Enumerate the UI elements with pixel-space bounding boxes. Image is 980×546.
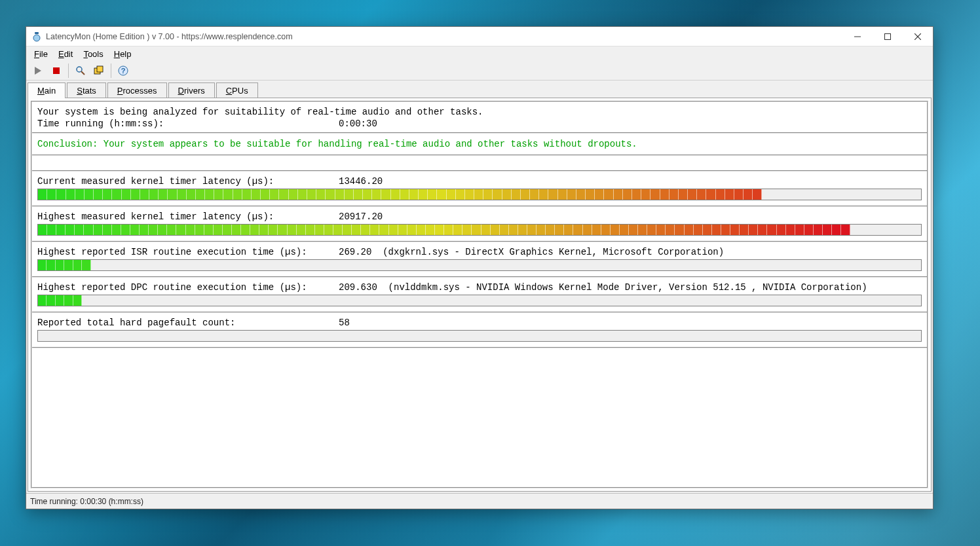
dpc-value: 209.630 (nvlddmkm.sys - NVIDIA Windows K…	[339, 282, 867, 293]
isr-label: Highest reported ISR routine execution t…	[37, 247, 339, 257]
conclusion-text: Conclusion: Your system appears to be su…	[32, 134, 927, 156]
kernel-highest-value: 20917.20	[339, 211, 383, 222]
magnifier-icon	[75, 65, 86, 76]
status-text: Time running: 0:00:30 (h:mm:ss)	[30, 497, 143, 506]
svg-rect-11	[97, 66, 103, 72]
svg-line-9	[81, 71, 85, 75]
kernel-current-section: Current measured kernel timer latency (µ…	[32, 172, 927, 207]
svg-point-8	[77, 67, 82, 72]
dpc-label: Highest reported DPC routine execution t…	[37, 282, 339, 293]
kernel-highest-bar	[37, 224, 922, 236]
toolbar-separator	[68, 64, 69, 78]
window-title: LatencyMon (Home Edition ) v 7.00 - http…	[46, 32, 842, 41]
status-bar: Time running: 0:00:30 (h:mm:ss)	[26, 493, 933, 509]
pagefault-bar	[37, 330, 922, 342]
window-controls	[842, 27, 933, 46]
menu-bar: File Edit Tools Help	[26, 46, 933, 61]
find-button[interactable]	[73, 63, 88, 79]
spacer	[32, 156, 927, 172]
menu-help[interactable]: Help	[109, 48, 137, 60]
intro-section: Your system is being analyzed for suitab…	[32, 102, 927, 134]
pagefault-section: Reported total hard pagefault count: 58	[32, 313, 927, 348]
cascade-button[interactable]	[91, 63, 107, 79]
stop-button[interactable]	[48, 63, 64, 79]
svg-point-0	[33, 35, 40, 41]
tab-strip: Main Stats Processes Drivers CPUs	[26, 81, 933, 98]
svg-rect-7	[53, 67, 60, 74]
toolbar-separator	[111, 64, 111, 78]
report-panel: Your system is being analyzed for suitab…	[31, 101, 928, 488]
windows-icon	[94, 65, 104, 76]
title-bar[interactable]: LatencyMon (Home Edition ) v 7.00 - http…	[26, 27, 933, 46]
tab-cpus[interactable]: CPUs	[216, 82, 258, 98]
pagefault-value: 58	[339, 318, 350, 328]
menu-tools[interactable]: Tools	[78, 48, 108, 60]
content-frame: Your system is being analyzed for suitab…	[28, 98, 932, 492]
time-running-value: 0:00:30	[339, 118, 377, 129]
svg-marker-6	[35, 67, 41, 75]
empty-area	[32, 348, 927, 487]
kernel-current-label: Current measured kernel timer latency (µ…	[37, 176, 339, 187]
minimize-button[interactable]	[842, 27, 873, 46]
close-button[interactable]	[903, 27, 933, 46]
dpc-section: Highest reported DPC routine execution t…	[32, 278, 927, 313]
isr-section: Highest reported ISR routine execution t…	[32, 242, 927, 278]
menu-file[interactable]: File	[29, 48, 53, 60]
pagefault-label: Reported total hard pagefault count:	[37, 318, 339, 328]
kernel-current-value: 13446.20	[339, 176, 383, 187]
svg-text:?: ?	[121, 67, 126, 75]
svg-rect-3	[885, 33, 891, 39]
svg-rect-1	[35, 32, 39, 34]
play-icon	[33, 66, 43, 75]
kernel-highest-section: Highest measured kernel timer latency (µ…	[32, 207, 927, 242]
toolbar: ?	[26, 61, 933, 81]
dpc-bar	[37, 295, 922, 306]
app-icon	[31, 31, 42, 42]
tab-processes[interactable]: Processes	[107, 82, 167, 98]
play-button[interactable]	[30, 63, 46, 79]
intro-line: Your system is being analyzed for suitab…	[37, 107, 483, 117]
kernel-current-bar	[37, 189, 922, 200]
time-running-label: Time running (h:mm:ss):	[37, 118, 339, 129]
menu-edit[interactable]: Edit	[53, 48, 78, 60]
tab-drivers[interactable]: Drivers	[168, 82, 215, 98]
isr-value: 269.20 (dxgkrnl.sys - DirectX Graphics K…	[339, 247, 724, 257]
maximize-button[interactable]	[873, 27, 903, 46]
help-button[interactable]: ?	[115, 63, 131, 79]
stop-icon	[52, 67, 60, 75]
help-icon: ?	[118, 65, 128, 76]
kernel-highest-label: Highest measured kernel timer latency (µ…	[37, 211, 339, 222]
tab-main[interactable]: Main	[28, 82, 66, 98]
isr-bar	[37, 259, 922, 271]
app-window: LatencyMon (Home Edition ) v 7.00 - http…	[26, 26, 933, 509]
tab-stats[interactable]: Stats	[67, 82, 106, 98]
